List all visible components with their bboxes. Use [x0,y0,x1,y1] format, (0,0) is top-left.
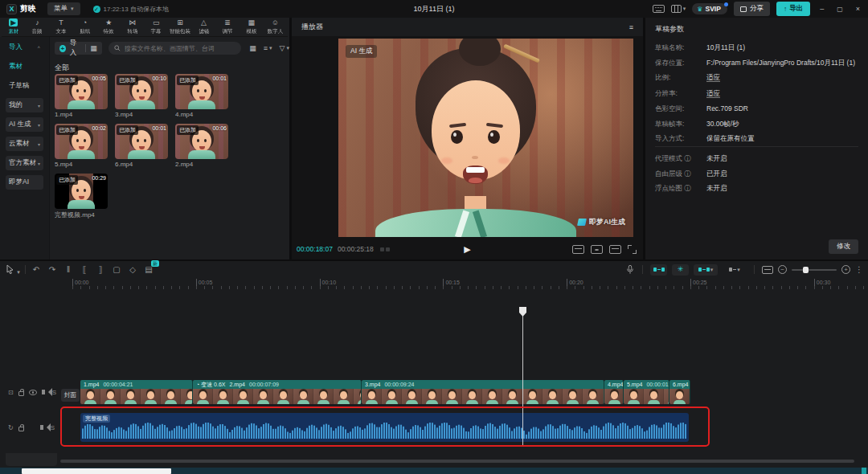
quality-button[interactable] [572,245,584,254]
tab-avatar[interactable]: ☺数字人 [264,18,288,36]
video-clip-2.mp4[interactable]: ◔ 变速 0.6X2.mp400:00:07:09 [193,380,362,404]
sidebar-item-jimeng-ai[interactable]: 即梦AI [6,175,43,190]
tab-effects[interactable]: ★特效 [96,18,121,36]
sidebar-item-official[interactable]: 官方素材▾ [6,156,43,170]
visibility-icon[interactable] [29,390,37,395]
maximize-button[interactable]: ▢ [833,6,846,13]
clip-label-bar: 5.mp400:00:01:24 [624,380,669,389]
audio-track-header: ↻ S [0,413,60,442]
compact-view-button[interactable]: ▦ [249,44,256,52]
video-clip-6.mp4[interactable]: 6.mp40 [669,380,690,404]
tab-audio[interactable]: ♪音频 [26,18,50,36]
more-options-icon[interactable]: ⋮ [855,265,863,274]
zoom-out-button[interactable]: − [778,265,787,274]
media-thumbnail: 已添加00:29 [55,174,108,209]
microphone-icon[interactable] [625,264,635,275]
media-search[interactable] [108,42,242,55]
redo-button[interactable]: ↷ [44,265,60,274]
preview-axis-toggle[interactable]: ▾ [723,264,747,276]
media-item[interactable]: 已添加00:29完整视频.mp4 [55,174,108,219]
sidebar-item-ai-generate[interactable]: AI 生成▾ [6,117,43,132]
linkage-toggle[interactable]: ▾ [694,264,718,276]
trim-right-button[interactable]: ⟧ [92,265,108,274]
sidebar-item-sub-draft[interactable]: 子草稿 [6,79,43,93]
zoom-in-button[interactable]: + [841,265,850,274]
media-item[interactable]: 已添加00:103.mp4 [115,74,168,118]
main-track-magnet-toggle[interactable] [650,264,667,276]
import-button[interactable]: + 导入 ▦ [55,42,102,55]
sidebar-item-import[interactable]: 导入˄ [6,40,43,55]
speaker-icon[interactable] [40,425,43,430]
svip-badge[interactable]: ♛ SVIP [692,3,727,14]
media-item[interactable]: 已添加00:051.mp4 [55,74,108,118]
ratio-button[interactable] [609,245,621,254]
delete-button[interactable]: ▢ [108,265,125,274]
split-button[interactable]: ‖ [60,265,76,274]
minimize-button[interactable]: – [817,5,827,13]
search-input[interactable] [125,45,236,52]
video-clip-1.mp4[interactable]: 1.mp400:00:04:21 [80,380,193,404]
cover-button[interactable]: 封面 [61,389,80,402]
sidebar-item-material[interactable]: 素材 [6,59,43,74]
filter-button[interactable]: ▽▾ [280,44,289,52]
menu-button[interactable]: 菜单 ▾ [47,2,80,15]
focus-button[interactable] [591,245,603,254]
param-value: 30.00帧/秒 [706,120,739,128]
param-value: 已开启 [706,170,727,178]
tab-smart-pack[interactable]: ⊞智能包装 [168,18,192,36]
lock-icon[interactable] [18,427,24,431]
mask-button[interactable]: ◇ [125,265,141,274]
sort-button[interactable]: ≡▾ [264,44,272,52]
media-item[interactable]: 已添加00:014.mp4 [175,74,228,118]
lock-icon[interactable] [18,391,24,396]
media-item[interactable]: 已添加00:062.mp4 [175,124,228,168]
tab-template[interactable]: ▦模板 [240,18,264,36]
media-item[interactable]: 已添加00:016.mp4 [115,124,168,168]
taskbar-search[interactable] [22,468,171,474]
share-button[interactable]: 分享 [734,2,770,16]
frame-step-icons[interactable] [380,247,390,251]
sidebar-item-cloud[interactable]: 云素材▾ [6,137,43,151]
track-height-button[interactable] [762,266,773,274]
tab-filters[interactable]: △滤镜 [192,18,216,36]
timeline-ruler[interactable]: 00:0000:0500:1000:1500:2000:2500:30 [0,278,868,290]
playhead-handle[interactable] [519,307,526,317]
tab-sticker[interactable]: ◔贴纸 [73,18,97,36]
video-clip-5.mp4[interactable]: 5.mp400:00:01:24 [624,380,669,404]
media-item[interactable]: 已添加00:025.mp4 [55,124,108,168]
undo-button[interactable]: ↶ [28,265,44,274]
trim-left-button[interactable]: ⟦ [76,265,92,274]
video-preview[interactable]: AI 生成 即梦AI生成 [338,39,633,237]
shortcut-keyboard-icon[interactable] [653,5,665,13]
tab-adjust[interactable]: ≣调节 [215,18,240,36]
loop-icon[interactable]: ↻ [8,424,14,431]
select-tool-button[interactable]: ▾ [3,264,23,276]
collapse-icon[interactable]: ⊡ [8,389,14,396]
export-button[interactable]: ↑ 导出 [776,2,810,16]
play-button[interactable]: ▶ [464,244,470,255]
modify-button[interactable]: 修改 [829,239,858,254]
tab-media[interactable]: ▶素材 [2,18,26,36]
horizontal-scrollbar[interactable] [60,460,854,463]
video-clip-4.mp4[interactable]: 4.mp40 [604,380,624,404]
tab-captions[interactable]: ▭字幕 [145,18,169,36]
timeline-zoom-slider[interactable] [792,269,837,271]
tab-text[interactable]: T文本 [49,18,73,36]
slider-handle[interactable] [803,267,809,273]
param-value[interactable]: 适应 [706,89,720,98]
chevron-up-icon: ˄ [37,45,40,50]
speaker-icon[interactable] [42,390,45,394]
material-library-icon[interactable]: ▦ [90,44,97,52]
layout-switch-button[interactable]: ▾ [671,5,686,13]
sidebar-item-mine[interactable]: 我的▾ [6,98,43,112]
solo-icon[interactable]: S [51,424,55,431]
tab-transition[interactable]: ⋈转场 [121,18,145,36]
auto-snap-toggle[interactable]: ✳ [672,264,689,276]
solo-icon[interactable]: S [52,389,56,396]
media-filename: 3.mp4 [115,111,168,118]
close-button[interactable]: × [853,5,863,13]
video-clip-3.mp4[interactable]: 3.mp400:00:09:24 [362,380,604,404]
player-menu-icon[interactable]: ≡ [629,23,633,31]
param-value[interactable]: 适应 [706,73,720,82]
fullscreen-icon[interactable] [628,245,637,254]
